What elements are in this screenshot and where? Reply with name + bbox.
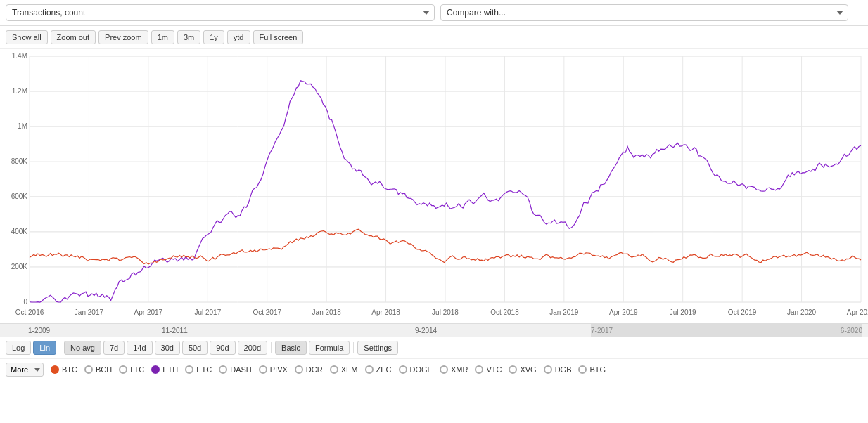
coin-item-vtc[interactable]: VTC (475, 365, 502, 374)
timeline-label-2011: 11-2011 (162, 327, 188, 334)
controls-bar: Log Lin No avg 7d 14d 30d 50d 90d 200d B… (0, 337, 868, 359)
main-metric-dropdown[interactable]: Transactions, count (6, 4, 435, 21)
7d-button[interactable]: 7d (103, 341, 125, 355)
coin-label-xvg: XVG (520, 365, 536, 374)
toolbar: Show all Zoom out Prev zoom 1m 3m 1y ytd… (0, 26, 868, 49)
formula-button[interactable]: Formula (309, 341, 350, 355)
1m-button[interactable]: 1m (151, 30, 174, 44)
coin-item-dcr[interactable]: DCR (295, 365, 323, 374)
coins-bar: More BTCBCHLTCETHETCDASHPIVXDCRXEMZECDOG… (0, 359, 868, 380)
coin-dot-pivx (259, 365, 267, 374)
coin-label-ltc: LTC (130, 365, 144, 374)
timeline-label-2014: 9-2014 (415, 327, 437, 334)
coin-label-bch: BCH (96, 365, 112, 374)
coin-item-xmr[interactable]: XMR (440, 365, 468, 374)
coin-label-eth: ETH (162, 365, 178, 374)
coin-label-pivx: PIVX (270, 365, 288, 374)
coin-label-dash: DASH (230, 365, 252, 374)
coin-item-bch[interactable]: BCH (84, 365, 112, 374)
coin-dot-doge (399, 365, 407, 374)
coin-item-xvg[interactable]: XVG (509, 365, 536, 374)
coin-label-dgb: DGB (555, 365, 572, 374)
200d-button[interactable]: 200d (238, 341, 267, 355)
timeline-label-2009: 1-2009 (28, 327, 50, 334)
coin-label-btg: BTG (589, 365, 606, 374)
coin-dot-xmr (440, 365, 448, 374)
log-button[interactable]: Log (6, 341, 31, 355)
coin-label-etc: ETC (196, 365, 212, 374)
coin-item-ltc[interactable]: LTC (119, 365, 144, 374)
coin-dot-eth (151, 365, 160, 374)
coin-label-zec: ZEC (376, 365, 392, 374)
timeline-highlight (591, 324, 862, 337)
coin-dot-xvg (509, 365, 517, 374)
coin-dot-vtc (475, 365, 483, 374)
prev-zoom-button[interactable]: Prev zoom (98, 30, 148, 44)
coin-dot-zec (365, 365, 374, 374)
coin-label-dcr: DCR (306, 365, 323, 374)
settings-button[interactable]: Settings (357, 341, 398, 355)
coin-dot-dash (219, 365, 227, 374)
1y-button[interactable]: 1y (203, 30, 224, 44)
coin-label-doge: DOGE (410, 365, 433, 374)
divider-2 (271, 342, 272, 353)
lin-button[interactable]: Lin (33, 341, 56, 355)
divider-1 (60, 342, 60, 353)
coin-label-vtc: VTC (486, 365, 502, 374)
90d-button[interactable]: 90d (210, 341, 235, 355)
coin-label-xmr: XMR (451, 365, 468, 374)
coin-item-dash[interactable]: DASH (219, 365, 252, 374)
3m-button[interactable]: 3m (177, 30, 200, 44)
30d-button[interactable]: 30d (155, 341, 180, 355)
50d-button[interactable]: 50d (182, 341, 208, 355)
coin-dot-dcr (295, 365, 303, 374)
coin-item-btg[interactable]: BTG (578, 365, 606, 374)
compare-dropdown[interactable]: Compare with... (440, 4, 848, 21)
coin-dot-bch (84, 365, 93, 374)
chart-area (0, 49, 868, 323)
coin-dot-dgb (544, 365, 552, 374)
basic-button[interactable]: Basic (275, 341, 307, 355)
coin-dot-btc (51, 365, 59, 374)
coin-item-eth[interactable]: ETH (151, 365, 178, 374)
full-screen-button[interactable]: Full screen (253, 30, 304, 44)
coin-label-btc: BTC (62, 365, 77, 374)
coin-item-doge[interactable]: DOGE (399, 365, 433, 374)
more-dropdown[interactable]: More (6, 363, 44, 377)
coin-label-xem: XEM (341, 365, 358, 374)
zoom-out-button[interactable]: Zoom out (51, 30, 96, 44)
ytd-button[interactable]: ytd (227, 30, 250, 44)
top-bar: Transactions, count Compare with... (0, 0, 868, 26)
timeline-bar: 1-2009 11-2011 9-2014 7-2017 6-2020 (0, 323, 868, 337)
coin-dot-ltc (119, 365, 127, 374)
show-all-button[interactable]: Show all (6, 30, 48, 44)
coin-dot-etc (185, 365, 193, 374)
coin-item-dgb[interactable]: DGB (544, 365, 572, 374)
coin-dot-btg (578, 365, 587, 374)
coin-item-pivx[interactable]: PIVX (259, 365, 288, 374)
14d-button[interactable]: 14d (127, 341, 152, 355)
main-chart[interactable] (0, 49, 868, 323)
coin-dot-xem (330, 365, 338, 374)
coin-item-xem[interactable]: XEM (330, 365, 358, 374)
no-avg-button[interactable]: No avg (64, 341, 101, 355)
coin-item-zec[interactable]: ZEC (365, 365, 392, 374)
coin-item-btc[interactable]: BTC (51, 365, 77, 374)
coin-item-etc[interactable]: ETC (185, 365, 212, 374)
divider-3 (353, 342, 354, 353)
